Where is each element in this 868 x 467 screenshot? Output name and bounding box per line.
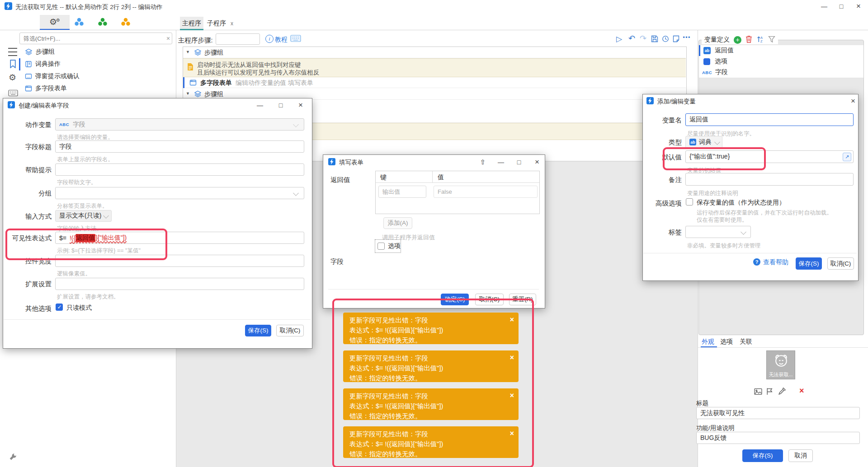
add-variable-icon[interactable]: + [734, 36, 741, 44]
dialog-maximize-button[interactable]: □ [512, 157, 526, 168]
action-var-select[interactable]: ABC 字段 [55, 118, 304, 131]
delete-variable-icon[interactable] [745, 35, 752, 44]
save-icon[interactable] [651, 35, 658, 42]
dialog-save-button[interactable]: 保存(S) [796, 257, 822, 270]
step-row-multifield-form[interactable]: 多字段表单 编辑动作变量的值 填写表单 [183, 77, 686, 88]
action-title-input[interactable] [696, 407, 860, 419]
filter-input[interactable] [19, 33, 172, 44]
collapse-caret-icon[interactable]: ▼ [186, 50, 190, 54]
variable-row-field[interactable]: ABC 字段 [699, 67, 863, 78]
dialog-cancel-button[interactable]: 取消(C) [475, 294, 504, 305]
redo-icon[interactable]: ↷ [640, 33, 646, 43]
save-state-checkbox[interactable] [686, 198, 693, 205]
close-button[interactable]: × [852, 1, 865, 12]
bookmark-icon[interactable] [9, 60, 16, 68]
variable-note-input[interactable] [685, 173, 854, 186]
option-checkbox[interactable] [377, 243, 385, 250]
dialog-maximize-button[interactable]: □ [274, 100, 288, 111]
field-title-input[interactable] [55, 140, 304, 153]
action-icon-preview[interactable]: 无法获取... [766, 350, 795, 379]
dialog-close-button[interactable]: × [294, 100, 307, 111]
field-hint: 字段帮助文字。 [57, 179, 97, 187]
dialog-ok-button[interactable]: 确定(S) [441, 294, 469, 305]
dialog-close-button[interactable]: × [846, 96, 860, 107]
wrench-icon[interactable] [9, 453, 17, 461]
help-tip-input[interactable] [55, 163, 304, 176]
tab-main-program[interactable]: 主程序 [180, 17, 203, 30]
window-title: 无法获取可见性 -- 默认全局动作页 2行 2列 -- 编辑动作 [15, 3, 163, 11]
tab-action-settings[interactable]: ⚙ ⚙ [40, 15, 70, 29]
collapse-caret-icon[interactable]: ▼ [186, 91, 190, 96]
remove-icon-button[interactable]: × [799, 386, 804, 396]
dialog-close-button[interactable]: × [530, 157, 544, 168]
more-options-icon[interactable]: ⋯ [683, 33, 690, 42]
panel-save-button[interactable]: 保存(S) [742, 449, 783, 462]
tutorial-link[interactable]: 教程 [275, 36, 288, 44]
toast-close-icon[interactable]: × [510, 428, 514, 439]
eyedropper-icon[interactable] [778, 388, 786, 395]
dialog-minimize-button[interactable]: — [494, 157, 508, 168]
variable-row-option[interactable]: 选项 [699, 56, 863, 67]
default-value-input[interactable]: {"输出值":true} [685, 150, 854, 163]
keyboard-shortcut-icon[interactable] [290, 34, 301, 42]
view-help-link[interactable]: 查看帮助 [763, 258, 788, 266]
history-icon[interactable] [662, 35, 669, 42]
error-toast[interactable]: 更新字段可见性出错：字段 表达式：$= !({返回值}["输出值"]) 错误：指… [343, 313, 519, 344]
minimize-button[interactable]: — [817, 1, 831, 12]
dialog-minimize-button[interactable]: — [253, 100, 267, 111]
module-orange-icon[interactable] [121, 17, 131, 27]
dialog-cancel-button[interactable]: 取消(C) [276, 325, 304, 336]
sort-az-icon[interactable]: AZ [756, 35, 764, 44]
tab-relations[interactable]: 关联 [740, 338, 752, 346]
expand-editor-icon[interactable]: ↗ [843, 153, 851, 161]
dialog-reset-button[interactable]: 重置(R) [509, 294, 536, 305]
steps-filter-input[interactable] [216, 33, 260, 45]
note-icon[interactable] [673, 35, 679, 42]
keyboard-icon[interactable] [8, 89, 18, 97]
variable-row-return-value[interactable]: ab 返回值 [699, 45, 863, 56]
option-checkbox-group[interactable]: 选项 [375, 239, 401, 253]
add-row-button[interactable]: 添加(A) [383, 217, 412, 229]
tab-appearance[interactable]: 外观 [702, 338, 714, 346]
error-toast[interactable]: 更新字段可见性出错：字段 表达式：$= !({返回值}["输出值"]) 错误：指… [343, 388, 519, 420]
error-toast[interactable]: 更新字段可见性出错：字段 表达式：$= !({返回值}["输出值"]) 错误：指… [343, 426, 519, 458]
toast-close-icon[interactable]: × [510, 314, 514, 325]
tab-options[interactable]: 选项 [720, 338, 733, 346]
tab-subprogram[interactable]: 子程序 x [207, 19, 233, 28]
expression-part: !({ [70, 234, 75, 242]
undo-icon[interactable]: ↶ [628, 33, 635, 43]
flag-icon[interactable] [766, 388, 774, 395]
filter-funnel-icon[interactable] [768, 36, 775, 44]
action-desc-input[interactable] [696, 432, 860, 444]
control-width-input[interactable] [55, 255, 304, 267]
sidebar-item-multifield-form[interactable]: 多字段表单 [22, 82, 175, 94]
maximize-button[interactable]: □ [835, 1, 848, 12]
dialog-cancel-button[interactable]: 取消(C) [827, 257, 854, 270]
dialog-save-button[interactable]: 保存(S) [245, 325, 271, 336]
visibility-expression-input[interactable]: $= !({ 返回值 }["输出值"]) [55, 232, 304, 244]
toast-close-icon[interactable]: × [510, 352, 514, 363]
group-select[interactable] [55, 187, 304, 199]
sidebar-item-dictionary[interactable]: 词典操作 [22, 58, 175, 70]
table-row-value[interactable]: False [434, 186, 538, 198]
error-toast[interactable]: 更新字段可见性出错：字段 表达式：$= !({返回值}["输出值"]) 错误：指… [343, 350, 519, 382]
module-green-icon[interactable] [98, 17, 108, 27]
table-row-key[interactable]: 输出值 [378, 186, 426, 198]
filter-clear-icon[interactable]: × [166, 35, 170, 42]
sidebar-item-step-group[interactable]: 步骤组 [22, 46, 175, 58]
extended-settings-input[interactable] [55, 278, 304, 290]
readonly-checkbox[interactable] [56, 304, 63, 311]
module-blue-icon[interactable] [74, 17, 84, 27]
menu-icon[interactable] [8, 48, 18, 56]
step-note-row[interactable]: 启动时提示无法从返回值中找到对应键 且后续运行可以发现可见性与传入布尔值相反 [183, 58, 686, 77]
toast-close-icon[interactable]: × [510, 390, 514, 401]
settings-gear-icon[interactable]: ⚙ [9, 72, 16, 83]
run-icon[interactable]: ▷ [616, 34, 622, 44]
step-group-row[interactable]: ▼ 步骤组 [183, 47, 686, 58]
panel-cancel-button[interactable]: 取消 [788, 449, 813, 462]
sidebar-item-popup[interactable]: 弹窗提示或确认 [22, 70, 175, 82]
variable-name-input[interactable] [685, 113, 854, 126]
pin-top-icon[interactable]: ⇧ [476, 157, 490, 168]
tab-close-icon[interactable]: x [231, 20, 233, 27]
image-icon[interactable] [754, 388, 762, 395]
